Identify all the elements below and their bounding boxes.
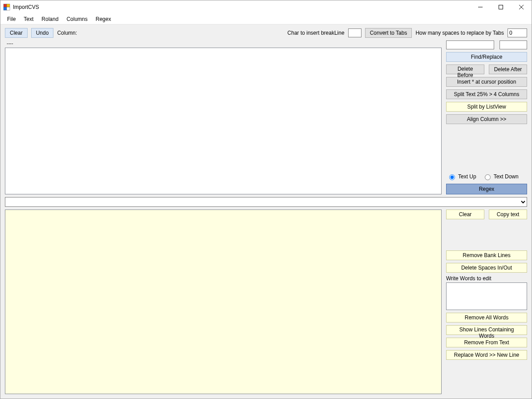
column-label: Column: — [57, 30, 77, 36]
svg-rect-3 — [7, 7, 10, 10]
window-title: ImportCVS — [13, 4, 39, 10]
spaces-label: How many spaces to replace by Tabs — [415, 30, 504, 36]
titlebar: ImportCVS — [0, 0, 532, 14]
undo-button[interactable]: Undo — [31, 28, 54, 38]
find-replace-button[interactable]: Find/Replace — [446, 52, 527, 62]
text-up-radio[interactable] — [449, 174, 455, 180]
align-column-button[interactable]: Align Column >> — [446, 114, 527, 124]
app-window: ImportCVS File Text Roland Columns Regex… — [0, 0, 532, 399]
svg-rect-1 — [7, 4, 10, 7]
remove-blank-button[interactable]: Remove Bank Lines — [446, 250, 527, 260]
menu-roland[interactable]: Roland — [37, 15, 62, 24]
text-up-text: Text Up — [458, 173, 476, 180]
char-break-label: Char to insert breakLine — [288, 30, 345, 36]
insert-star-button[interactable]: Insert * at cursor position — [446, 77, 527, 87]
spaces-input[interactable] — [508, 28, 527, 37]
char-break-input[interactable] — [348, 28, 361, 37]
dash-label: ---- — [5, 40, 442, 45]
copy-text-button[interactable]: Copy text — [489, 210, 527, 219]
minimize-icon — [478, 5, 483, 9]
close-button[interactable] — [511, 0, 532, 14]
menu-text[interactable]: Text — [20, 15, 37, 24]
text-down-radio[interactable] — [485, 174, 491, 180]
replace-newline-button[interactable]: Replace Word >> New Line — [446, 350, 527, 360]
text-down-text: Text Down — [494, 173, 519, 180]
convert-tabs-button[interactable]: Convert to Tabs — [365, 28, 412, 38]
app-icon — [3, 4, 10, 11]
upper-textarea[interactable] — [5, 48, 442, 194]
menu-columns[interactable]: Columns — [62, 15, 91, 24]
main-combobox[interactable] — [5, 197, 527, 207]
remove-all-words-button[interactable]: Remove All Words — [446, 313, 527, 322]
words-label: Write Words to edit — [446, 275, 527, 282]
show-lines-button[interactable]: Show Lines Containing Words — [446, 325, 527, 335]
side-panel-lower: Clear Copy text Remove Bank Lines Delete… — [446, 210, 527, 394]
replace-input[interactable] — [500, 40, 527, 49]
regex-button[interactable]: Regex — [446, 184, 527, 194]
menu-file[interactable]: File — [3, 15, 20, 24]
clear-button[interactable]: Clear — [5, 28, 28, 38]
toolbar: Clear Undo Column: Char to insert breakL… — [5, 28, 527, 38]
maximize-button[interactable] — [491, 0, 511, 14]
remove-from-text-button[interactable]: Remove From Text — [446, 338, 527, 347]
split-listview-button[interactable]: Split by ListView — [446, 102, 527, 112]
text-down-radio-label[interactable]: Text Down — [483, 173, 519, 180]
maximize-icon — [499, 5, 503, 9]
client-area: Clear Undo Column: Char to insert breakL… — [0, 24, 532, 399]
delete-after-button[interactable]: Delete After — [489, 64, 527, 74]
words-textarea[interactable] — [446, 282, 527, 310]
upper-text-container — [5, 48, 442, 194]
split-25-button[interactable]: Split Text 25% > 4 Columns — [446, 89, 527, 99]
menubar: File Text Roland Columns Regex — [0, 14, 532, 24]
delete-before-button[interactable]: Delete Before — [446, 64, 484, 74]
svg-rect-0 — [4, 4, 7, 7]
combo-row — [5, 197, 527, 207]
close-icon — [519, 5, 524, 9]
delete-spaces-button[interactable]: Delete Spaces In/Out — [446, 263, 527, 273]
words-group: Write Words to edit — [446, 275, 527, 310]
find-input[interactable] — [446, 40, 494, 49]
minimize-button[interactable] — [470, 0, 491, 14]
side-panel-upper: Find/Replace Delete Before Delete After … — [446, 40, 527, 194]
svg-rect-5 — [499, 5, 503, 9]
text-up-radio-label[interactable]: Text Up — [447, 173, 476, 180]
lower-clear-button[interactable]: Clear — [446, 210, 484, 219]
lower-textarea[interactable] — [5, 210, 442, 394]
text-direction-group: Text Up Text Down — [446, 172, 527, 181]
svg-rect-2 — [4, 7, 7, 10]
menu-regex[interactable]: Regex — [92, 15, 115, 24]
lower-text-container — [5, 210, 442, 394]
